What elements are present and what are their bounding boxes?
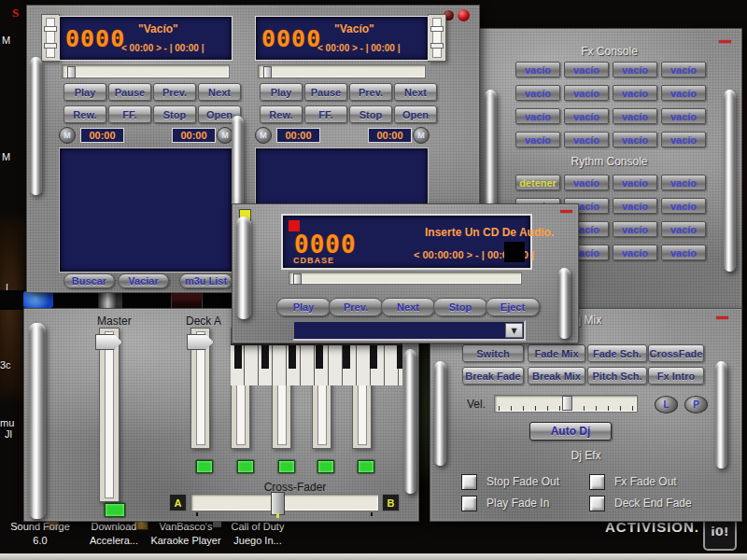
program-icon[interactable]: S — [12, 6, 25, 19]
fx-slot-button[interactable]: vacío — [613, 132, 657, 147]
next-button[interactable]: Next — [394, 83, 437, 101]
rythm-slot-button[interactable]: vacío — [661, 198, 706, 214]
ie-desktop-icon[interactable] — [23, 291, 53, 308]
minimize-icon[interactable] — [560, 210, 572, 213]
pitch-button[interactable]: P — [684, 396, 708, 413]
fx-slot-button[interactable]: vacío — [613, 85, 657, 101]
shortcut-sound-forge[interactable]: Sound Forge6.0 — [3, 520, 78, 548]
pitch-sch-button[interactable]: Pitch Sch. — [587, 367, 647, 385]
fx-slot-button[interactable]: vacío — [515, 132, 560, 147]
pause-button[interactable]: Pause — [304, 83, 347, 101]
desktop-icon-label[interactable]: 3c — [0, 359, 11, 371]
next-button[interactable]: Next — [198, 83, 241, 101]
minimize-icon[interactable] — [716, 316, 728, 319]
rythm-slot-button[interactable]: vacío — [613, 221, 657, 237]
cd-play-button[interactable]: Play — [276, 298, 331, 316]
play-button[interactable]: Play — [63, 83, 106, 101]
desktop-icon-label[interactable]: Jl — [5, 428, 12, 440]
deck-end-fade-checkbox[interactable] — [589, 496, 605, 511]
seek-slider[interactable] — [62, 64, 230, 78]
fx-intro-button[interactable]: Fx Intro — [648, 367, 704, 385]
rythm-slot-button[interactable]: vacío — [661, 221, 706, 237]
desktop-icon-label[interactable]: M — [2, 151, 10, 162]
fade-mix-button[interactable]: Fade Mix — [528, 344, 585, 362]
play-fade-in-checkbox[interactable] — [461, 496, 477, 511]
app-desktop-icon[interactable] — [98, 291, 122, 308]
cd-prev-button[interactable]: Prev. — [329, 298, 383, 316]
rew-button[interactable]: Rew. — [63, 105, 106, 123]
fx-slot-button[interactable]: vacío — [564, 62, 609, 77]
shortcut-call-of-duty[interactable]: Call of DutyJuego In... — [224, 520, 291, 548]
cd-player-window[interactable]: 0000 CDBASE Inserte Un CD De Audio. < 00… — [232, 203, 579, 343]
rythm-slot-button[interactable]: vacío — [661, 175, 706, 190]
rythm-slot-button[interactable]: vacío — [613, 175, 657, 190]
auto-dj-button[interactable]: Auto Dj — [529, 422, 612, 441]
fade-sch-button[interactable]: Fade Sch. — [587, 344, 647, 362]
rythm-slot-button[interactable]: detener — [515, 175, 560, 190]
vaciar-button[interactable]: Vaciar — [118, 273, 169, 288]
crossfade-button[interactable]: CrossFade — [648, 344, 704, 362]
mark-button[interactable]: M — [413, 127, 430, 144]
fx-slot-button[interactable]: vacío — [661, 62, 706, 77]
cd-track-dropdown[interactable]: ▼ — [292, 320, 526, 341]
minimize-icon[interactable] — [719, 40, 731, 43]
fx-slot-button[interactable]: vacío — [661, 108, 706, 124]
break-mix-button[interactable]: Break Mix — [528, 367, 585, 385]
vel-thumb[interactable] — [562, 396, 572, 411]
stop-button[interactable]: Stop — [153, 105, 196, 123]
desktop-icon-label[interactable]: M — [2, 35, 10, 46]
switch-button[interactable]: Switch — [462, 344, 524, 362]
stop-fade-out-checkbox[interactable] — [461, 474, 477, 490]
fx-slot-button[interactable]: vacío — [515, 62, 560, 77]
crossfader-thumb[interactable] — [271, 492, 285, 515]
shortcut-download-accelerator[interactable]: DownloadAccelera... — [78, 520, 150, 548]
fx-slot-button[interactable]: vacío — [564, 108, 609, 124]
loop-button[interactable]: L — [655, 396, 678, 413]
power-led-icon[interactable] — [458, 9, 470, 21]
fx-slot-button[interactable]: vacío — [564, 85, 609, 101]
vel-slider[interactable] — [494, 395, 638, 413]
shortcut-vanbasco[interactable]: VanBasco'sKaraoke Player — [148, 520, 224, 548]
pause-button[interactable]: Pause — [108, 83, 151, 101]
play-button[interactable]: Play — [260, 83, 303, 101]
break-fade-button[interactable]: Break Fade — [462, 367, 524, 385]
master-volume-slider[interactable] — [99, 328, 120, 502]
fx-slot-button[interactable]: vacío — [564, 132, 609, 147]
fx-slot-button[interactable]: vacío — [661, 85, 706, 101]
seek-thumb[interactable] — [67, 66, 76, 78]
fx-slot-button[interactable]: vacío — [515, 108, 560, 124]
seek-slider[interactable] — [258, 64, 426, 78]
mark-button[interactable]: M — [59, 127, 76, 144]
cd-next-button[interactable]: Next — [381, 298, 435, 316]
rythm-slot-button[interactable]: vacío — [613, 198, 657, 214]
cd-eject-button[interactable]: Eject — [486, 298, 540, 316]
mark-button[interactable]: M — [255, 127, 272, 144]
m3u-list-button[interactable]: m3u List — [179, 273, 233, 288]
cd-seek-thumb[interactable] — [293, 273, 302, 285]
pitch-slider-left[interactable] — [41, 14, 60, 62]
karaoke-piano-keys[interactable] — [231, 345, 402, 385]
fx-slot-button[interactable]: vacío — [661, 132, 706, 147]
playlist-box[interactable] — [59, 147, 233, 273]
chevron-down-icon[interactable]: ▼ — [505, 323, 523, 338]
fx-fade-out-checkbox[interactable] — [589, 474, 605, 490]
cd-seek-slider[interactable] — [289, 272, 522, 285]
fx-slot-button[interactable]: vacío — [613, 62, 657, 77]
rythm-slot-button[interactable]: vacío — [613, 245, 657, 260]
prev-button[interactable]: Prev. — [349, 83, 392, 101]
vanbasco-desktop-icon[interactable] — [171, 290, 203, 310]
open-button[interactable]: Open — [394, 105, 437, 123]
seek-thumb[interactable] — [263, 66, 272, 78]
crossfader-slider[interactable] — [190, 494, 379, 511]
prev-button[interactable]: Prev. — [153, 83, 196, 101]
ff-button[interactable]: FF. — [304, 105, 347, 123]
rew-button[interactable]: Rew. — [260, 105, 303, 123]
ff-button[interactable]: FF. — [108, 105, 151, 123]
fx-slot-button[interactable]: vacío — [515, 85, 560, 101]
desktop-icon-label[interactable]: mu — [0, 417, 14, 428]
buscar-button[interactable]: Buscar — [63, 273, 115, 288]
cd-stop-button[interactable]: Stop — [433, 298, 487, 316]
rythm-slot-button[interactable]: vacío — [564, 175, 609, 190]
rythm-slot-button[interactable]: vacío — [661, 245, 706, 260]
fx-slot-button[interactable]: vacío — [613, 108, 657, 124]
